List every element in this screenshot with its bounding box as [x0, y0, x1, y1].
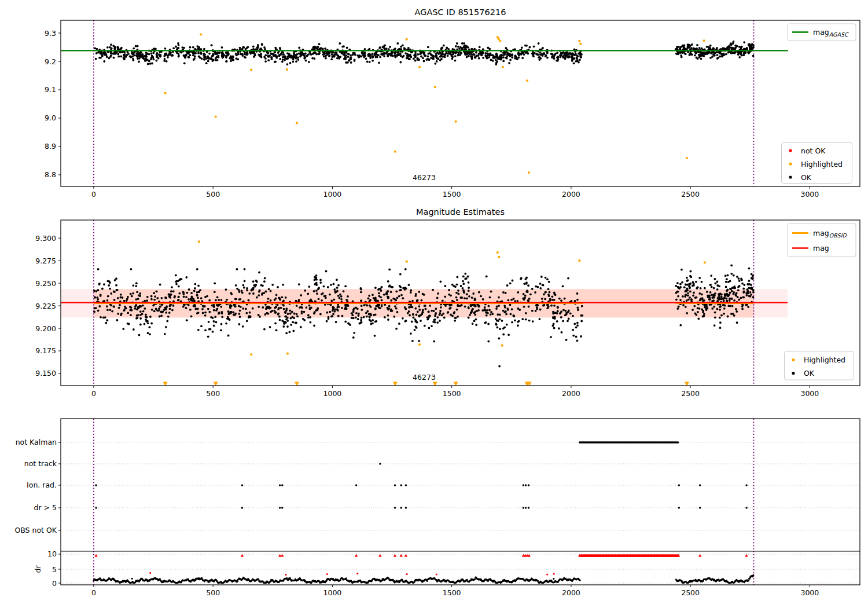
svg-text:3000: 3000 [800, 588, 819, 597]
category-not-track: not track [24, 459, 57, 468]
middle-status-legend: Highlighted OK [785, 351, 854, 380]
svg-text:8.9: 8.9 [45, 142, 56, 151]
dr-tick-0: 0 [52, 579, 57, 588]
svg-text:0: 0 [91, 389, 96, 398]
svg-text:2500: 2500 [681, 190, 700, 199]
middle-maglines-legend: magOBSID mag [788, 224, 856, 257]
svg-text:9.3: 9.3 [45, 29, 56, 38]
svg-text:2000: 2000 [562, 588, 580, 597]
svg-text:2000: 2000 [562, 190, 580, 199]
legend-label-highlighted: Highlighted [801, 160, 843, 169]
svg-text:1500: 1500 [443, 389, 461, 398]
top-status-legend: not OK Highlighted OK [782, 143, 852, 184]
dr-axis-label: dr [34, 565, 42, 573]
legend-label-ok: OK [801, 173, 812, 182]
category-ion-rad: Ion. rad. [27, 481, 57, 489]
svg-text:2500: 2500 [681, 588, 700, 597]
legend-label-mag: mag [813, 244, 829, 252]
svg-text:500: 500 [206, 389, 220, 398]
category-obs-not-ok: OBS not OK [14, 526, 57, 534]
top-plot-title: AGASC ID 851576216 [415, 8, 506, 17]
svg-text:3000: 3000 [800, 190, 819, 199]
legend-ok-dot [789, 175, 792, 178]
legend-ok-dot [792, 372, 795, 375]
svg-text:2000: 2000 [562, 389, 580, 398]
bottom-plot: 050010001500200025003000 [58, 419, 860, 597]
svg-text:9.2: 9.2 [45, 57, 56, 66]
legend-notok-dot [789, 149, 792, 152]
legend-highlighted-dot [792, 358, 795, 361]
legend-highlighted-dot [789, 162, 792, 165]
svg-text:8.8: 8.8 [45, 170, 56, 179]
svg-text:9.150: 9.150 [35, 369, 56, 378]
top-magline-legend: magAGASC [788, 24, 856, 41]
middle-plot: 0500100015002000250030009.1509.1759.2009… [35, 220, 860, 398]
svg-text:9.275: 9.275 [35, 257, 56, 265]
chart-canvas: 0500100015002000250030008.88.99.09.19.29… [0, 0, 868, 608]
svg-text:500: 500 [206, 190, 220, 199]
svg-text:1500: 1500 [443, 190, 461, 199]
svg-text:9.0: 9.0 [45, 113, 56, 122]
svg-text:9.300: 9.300 [35, 234, 56, 243]
figure: 0500100015002000250030008.88.99.09.19.29… [0, 0, 868, 608]
svg-text:500: 500 [206, 588, 220, 597]
svg-text:1000: 1000 [323, 190, 342, 199]
svg-text:1500: 1500 [443, 588, 461, 597]
middle-plot-title: Magnitude Estimates [416, 207, 505, 217]
category-not-kalman: not Kalman [16, 438, 57, 446]
svg-text:9.250: 9.250 [35, 279, 56, 288]
svg-text:1000: 1000 [323, 389, 342, 398]
legend-label-not-ok: not OK [801, 146, 826, 155]
middle-obsid-annotation: 46273 [413, 373, 436, 382]
svg-text:2500: 2500 [681, 389, 700, 398]
dr-tick-5: 5 [52, 565, 57, 574]
svg-text:9.200: 9.200 [35, 324, 56, 333]
svg-text:3000: 3000 [800, 389, 819, 398]
top-obsid-annotation: 46273 [413, 173, 436, 182]
svg-text:9.225: 9.225 [35, 302, 56, 310]
dr-tick-10: 10 [47, 550, 57, 558]
svg-text:0: 0 [91, 190, 96, 199]
legend-label-ok: OK [804, 369, 815, 378]
bottom-category-labels: not Kalman not track Ion. rad. dr > 5 OB… [14, 438, 57, 588]
category-dr-gt-5: dr > 5 [34, 503, 57, 512]
svg-text:1000: 1000 [323, 588, 342, 597]
legend-label-highlighted: Highlighted [804, 356, 845, 364]
svg-text:0: 0 [91, 588, 96, 597]
top-plot: 0500100015002000250030008.88.99.09.19.29… [45, 20, 860, 199]
svg-text:9.175: 9.175 [35, 346, 56, 355]
svg-text:9.1: 9.1 [45, 85, 56, 94]
